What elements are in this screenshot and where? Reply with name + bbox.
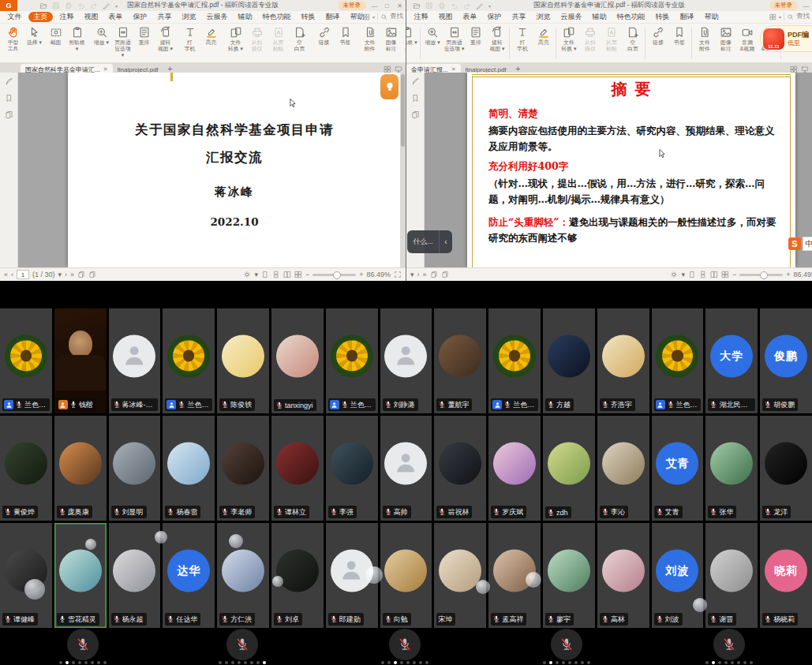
participant-tile[interactable]: 俊鹏胡俊鹏 [760, 308, 812, 413]
copy-page-icon[interactable] [77, 271, 85, 278]
menu-item-11[interactable]: 翻译 [675, 12, 699, 22]
minimize-button[interactable]: — [370, 2, 379, 9]
tool-image-annot[interactable]: 图像 标注 [380, 26, 402, 52]
page-dot[interactable] [556, 661, 559, 664]
participant-tile[interactable]: 谭健峰 [0, 523, 52, 628]
participant-tile[interactable]: 谢晋 [705, 523, 758, 628]
participant-tile[interactable]: 谭林立 [271, 416, 324, 521]
tool-reflow[interactable]: 重排 [133, 26, 155, 46]
menu-item-5[interactable]: 表单 [103, 12, 128, 22]
share-icon[interactable] [758, 2, 765, 9]
menu-item-7[interactable]: 共享 [152, 12, 177, 22]
participant-tile[interactable]: 兰色贝壳 [163, 308, 215, 413]
page-dot[interactable] [59, 661, 62, 664]
chevron-down-icon[interactable]: ▾ [58, 271, 62, 278]
bookmark-icon[interactable] [5, 94, 13, 103]
participant-tile[interactable]: 孟高祥 [488, 523, 541, 628]
chevron-down-icon[interactable]: ▾ [372, 14, 375, 20]
participant-tile[interactable]: 刘波刘波 [652, 523, 704, 628]
menu-item-3[interactable]: 注释 [54, 12, 79, 22]
page-dot[interactable] [263, 661, 266, 664]
participant-tile[interactable]: 刘卓 [271, 523, 324, 628]
tool-link[interactable]: 链接 [647, 26, 668, 46]
menu-item-5[interactable]: 共享 [507, 12, 531, 22]
menu-item-10[interactable]: 辅助 [233, 12, 257, 22]
find-box[interactable]: ▾查找 [363, 12, 403, 21]
participant-tile[interactable]: 翁祝林 [434, 416, 486, 521]
participant-tile[interactable]: 罗庆斌 [488, 416, 541, 521]
participant-tile[interactable]: 兰色贝壳 [326, 308, 378, 413]
tool-hand[interactable]: 手型 工具 [2, 26, 24, 52]
chevron-down-icon[interactable]: ▾ [254, 271, 258, 278]
lay1-icon[interactable] [261, 271, 269, 278]
open-folder-icon[interactable] [39, 2, 47, 9]
menu-item-1[interactable]: 注释 [409, 12, 433, 22]
last-page-button[interactable]: » [70, 271, 74, 278]
page-dot[interactable] [225, 661, 228, 664]
participant-tile[interactable]: 刘显明 [109, 416, 161, 521]
menu-item-3[interactable]: 表单 [458, 12, 482, 22]
page-dot[interactable] [381, 661, 384, 664]
tool-convert[interactable]: 文件 转换 ▾ [225, 26, 246, 52]
copy-page-icon[interactable] [88, 271, 96, 278]
pdf-canvas[interactable]: 摘要 简明、清楚 摘要内容应包括使用的主要方法、研究内容、预期结果、理论意义及应… [425, 73, 812, 267]
zoom-slider[interactable] [312, 274, 356, 276]
lay4-icon[interactable] [721, 271, 729, 278]
menu-item-9[interactable]: 云服务 [201, 12, 233, 22]
participant-tile[interactable]: 兰色贝壳 [488, 308, 541, 413]
page-dot[interactable] [705, 661, 709, 664]
tool-typewriter[interactable]: 打 字机 [511, 26, 533, 52]
tool-image-annot[interactable]: 图像 标注 [715, 26, 736, 52]
login-button[interactable]: 未登录 [769, 1, 799, 10]
page-dot[interactable] [244, 661, 247, 664]
participant-tile[interactable]: 齐浩宇 [597, 308, 649, 413]
page-dot[interactable] [724, 661, 728, 664]
ime-statusbar[interactable]: S 中 [788, 237, 812, 251]
page-dot[interactable] [543, 661, 546, 664]
menu-item-6[interactable]: 保护 [128, 12, 152, 22]
share-icon[interactable] [326, 2, 334, 9]
participant-tile[interactable]: 李沁 [597, 416, 649, 521]
tool-bookmark[interactable]: 书签 [335, 26, 356, 46]
print-icon[interactable] [438, 2, 446, 9]
close-button[interactable]: ✕ [395, 2, 404, 9]
participant-tile[interactable]: 张华 [705, 416, 758, 521]
menu-item-4[interactable]: 保护 [482, 12, 507, 22]
zoom-out-button[interactable]: − [305, 271, 309, 278]
redo-icon[interactable] [463, 2, 471, 9]
tool-fit-page[interactable]: 页面适 应选项 ▾ [112, 26, 133, 58]
chevron-down-icon[interactable]: ▾ [488, 3, 491, 9]
page-dot[interactable] [574, 661, 578, 664]
copy-page-icon[interactable] [430, 271, 438, 278]
tool-snapshot[interactable]: 截图 [45, 26, 66, 46]
zoom-in-button[interactable]: + [786, 271, 790, 278]
chevron-down-icon[interactable]: ▾ [681, 271, 685, 278]
page-dot[interactable] [400, 661, 403, 664]
quill-icon[interactable] [411, 77, 420, 86]
gear-icon[interactable] [670, 271, 678, 278]
print-icon[interactable] [65, 2, 73, 9]
brush-icon[interactable] [476, 2, 484, 9]
next-page-button[interactable]: › [65, 271, 67, 278]
participant-tile[interactable]: 达华任达华 [163, 523, 215, 628]
mic-muted-button[interactable] [713, 629, 745, 660]
participant-tile[interactable]: 大学湖北民族大学 [705, 308, 758, 413]
menu-item-7[interactable]: 云服务 [556, 12, 587, 22]
participant-tile[interactable]: 庞奥康 [54, 416, 107, 521]
lay4-icon[interactable] [294, 271, 302, 278]
tool-blank-page[interactable]: 空 白页 [622, 26, 643, 52]
maximize-button[interactable]: □ [383, 2, 391, 9]
participant-tile[interactable]: 蒋冰峰-湖北民... [109, 308, 161, 413]
page-dot[interactable] [750, 661, 753, 664]
lay2-icon[interactable] [272, 271, 280, 278]
open-folder-icon[interactable] [413, 2, 421, 9]
participant-tile[interactable]: 刘静潞 [380, 308, 432, 413]
undo-icon[interactable] [451, 2, 458, 9]
page-dot[interactable] [568, 661, 571, 664]
page-dot[interactable] [84, 661, 88, 664]
participant-tile[interactable]: zdh [543, 416, 595, 521]
participant-tile[interactable]: 龙洋 [760, 416, 812, 521]
zoom-slider[interactable] [739, 274, 783, 276]
participant-tile[interactable]: tanxingyi [271, 308, 324, 413]
zoom-in-button[interactable]: + [359, 271, 363, 278]
